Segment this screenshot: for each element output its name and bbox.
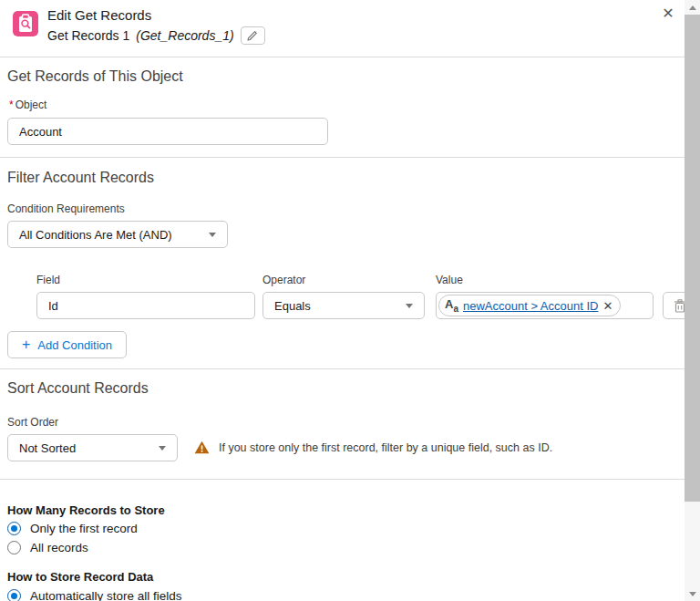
operator-value: Equals (274, 299, 311, 313)
text-type-icon: Aa (445, 298, 458, 314)
sort-section-heading: Sort Account Records (7, 380, 149, 397)
radio-label: Automatically store all fields (30, 589, 182, 601)
condition-field-input[interactable]: Id (36, 292, 255, 319)
sort-order-dropdown[interactable]: Not Sorted (7, 434, 178, 461)
condition-requirements-value: All Conditions Are Met (AND) (19, 228, 172, 242)
sort-order-label: Sort Order (7, 416, 58, 429)
radio-auto-store-all-fields[interactable]: Automatically store all fields (7, 589, 182, 601)
radio-all-records[interactable]: All records (7, 541, 88, 554)
operator-label: Operator (262, 274, 305, 286)
divider (0, 368, 685, 369)
value-input[interactable]: Aa newAccount > Account ID ✕ (436, 292, 654, 319)
warning-icon (194, 440, 210, 454)
modal-header: Edit Get Records Get Records 1 (Get_Reco… (0, 0, 685, 57)
resource-link[interactable]: newAccount > Account ID (463, 299, 599, 313)
chevron-down-icon (159, 446, 166, 451)
get-records-icon (13, 11, 38, 36)
warning-text: If you store only the first record, filt… (219, 441, 552, 454)
object-label: *Object (9, 98, 46, 111)
element-api-name: (Get_Records_1) (136, 28, 233, 43)
object-input[interactable]: Account (7, 118, 328, 145)
object-value: Account (19, 125, 62, 139)
header-text: Edit Get Records Get Records 1 (Get_Reco… (47, 6, 265, 45)
scroll-up-button[interactable] (685, 0, 700, 15)
warning-row: If you store only the first record, filt… (194, 440, 552, 454)
resource-pill[interactable]: Aa newAccount > Account ID ✕ (438, 295, 621, 316)
how-many-heading: How Many Records to Store (7, 503, 165, 517)
element-subtitle: Get Records 1 (Get_Records_1) (47, 26, 265, 45)
edit-name-button[interactable] (241, 26, 265, 45)
operator-dropdown[interactable]: Equals (262, 292, 425, 319)
close-button[interactable]: ✕ (659, 5, 677, 23)
pencil-icon (247, 30, 258, 41)
chevron-down-icon (209, 233, 216, 237)
radio-icon[interactable] (7, 589, 21, 601)
radio-label: Only the first record (30, 522, 138, 535)
modal-content: Edit Get Records Get Records 1 (Get_Reco… (0, 0, 685, 601)
modal-title: Edit Get Records (47, 6, 265, 25)
scrollbar-thumb[interactable] (685, 15, 700, 502)
vertical-scrollbar[interactable] (685, 0, 700, 601)
arrow-down-icon (689, 592, 696, 596)
arrow-up-icon (689, 5, 696, 10)
field-value: Id (48, 299, 58, 313)
radio-icon[interactable] (7, 522, 21, 535)
chevron-down-icon (406, 304, 413, 308)
divider (0, 157, 685, 158)
scroll-down-button[interactable] (685, 586, 700, 601)
value-label: Value (436, 274, 463, 286)
object-section-heading: Get Records of This Object (7, 68, 183, 85)
add-condition-label: Add Condition (37, 338, 112, 352)
radio-only-first-record[interactable]: Only the first record (7, 522, 138, 535)
element-name: Get Records 1 (47, 28, 129, 43)
divider (0, 57, 685, 57)
remove-resource-icon[interactable]: ✕ (602, 300, 612, 312)
edit-get-records-modal: Edit Get Records Get Records 1 (Get_Reco… (0, 0, 700, 601)
divider (0, 479, 685, 480)
field-label: Field (36, 274, 60, 286)
required-asterisk: * (9, 98, 14, 111)
how-store-heading: How to Store Record Data (7, 570, 153, 584)
radio-icon[interactable] (7, 541, 21, 554)
sort-order-value: Not Sorted (19, 441, 76, 455)
filter-section-heading: Filter Account Records (7, 170, 154, 186)
condition-requirements-label: Condition Requirements (7, 202, 125, 215)
condition-requirements-dropdown[interactable]: All Conditions Are Met (AND) (7, 221, 228, 248)
radio-label: All records (30, 541, 88, 554)
plus-icon: + (22, 337, 30, 352)
add-condition-button[interactable]: + Add Condition (7, 331, 127, 358)
